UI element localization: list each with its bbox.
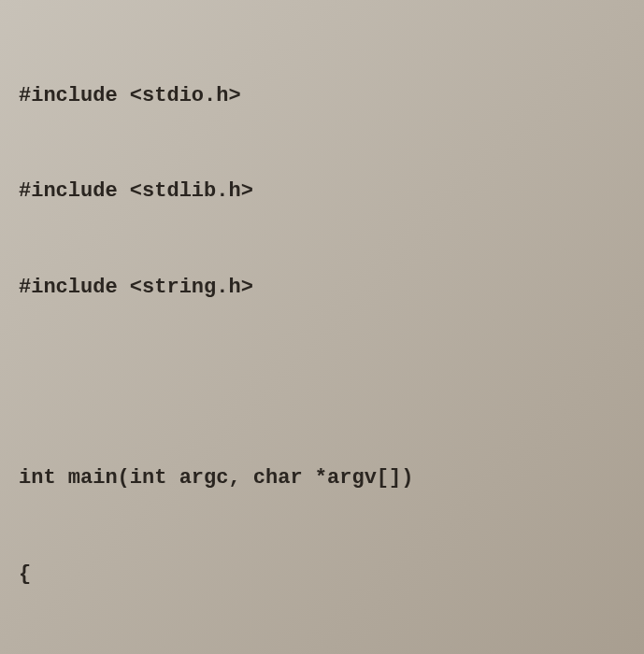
code-line xyxy=(19,367,625,399)
code-line: #include <string.h> xyxy=(19,272,625,304)
code-line: #include <stdio.h> xyxy=(19,80,625,112)
code-line: int main(int argc, char *argv[]) xyxy=(19,462,625,494)
code-line: { xyxy=(19,559,625,590)
code-block: #include <stdio.h> #include <stdlib.h> #… xyxy=(19,17,625,654)
code-line: #include <stdlib.h> xyxy=(19,176,625,207)
